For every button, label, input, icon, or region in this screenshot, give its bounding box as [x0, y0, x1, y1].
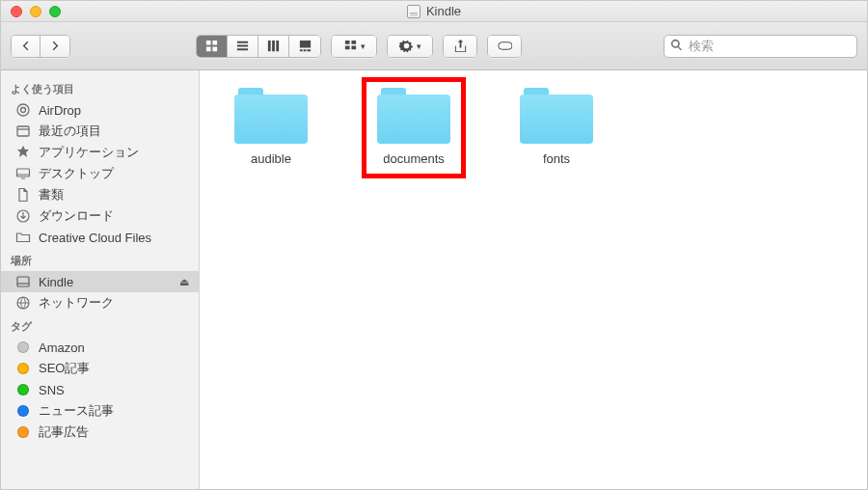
sidebar-tag-amazon[interactable]: Amazon	[1, 337, 199, 358]
sidebar-section-locations-title: 場所	[1, 248, 199, 271]
gallery-icon	[298, 39, 312, 53]
folder-label: audible	[251, 151, 291, 166]
sidebar-item-label: 記事広告	[39, 423, 89, 441]
folder-icon	[377, 88, 450, 144]
folder-documents[interactable]: documents	[362, 77, 466, 178]
sidebar-item-label: ダウンロード	[39, 207, 114, 225]
recents-icon	[14, 123, 31, 139]
sidebar-item-desktop[interactable]: デスクトップ	[1, 163, 199, 184]
folder-label: fonts	[543, 151, 570, 166]
svg-rect-2	[17, 126, 29, 136]
sidebar-section-favorites-title: よく使う項目	[1, 76, 199, 99]
tag-dot-icon	[14, 384, 31, 395]
eject-icon[interactable]: ⏏	[179, 276, 189, 288]
tag-dot-icon	[14, 363, 31, 374]
back-button[interactable]	[12, 36, 41, 57]
content-area: audible documents fonts	[200, 70, 867, 490]
tag-icon	[498, 39, 512, 53]
downloads-icon	[14, 208, 31, 224]
action-group: ▾	[387, 35, 433, 58]
sidebar-item-downloads[interactable]: ダウンロード	[1, 205, 199, 227]
sidebar-item-kindle[interactable]: Kindle ⏏	[1, 271, 199, 292]
window-title: Kindle	[1, 4, 867, 18]
sidebar-item-creative-cloud[interactable]: Creative Cloud Files	[1, 227, 199, 248]
sidebar-item-label: SEO記事	[39, 360, 90, 377]
traffic-lights	[1, 6, 61, 17]
sidebar-item-label: Creative Cloud Files	[39, 231, 151, 245]
airdrop-icon	[14, 102, 31, 118]
gear-icon	[399, 39, 414, 53]
grid-icon	[204, 39, 219, 53]
toolbar: ▾ ▾	[1, 22, 867, 70]
sidebar-item-label: ネットワーク	[39, 294, 114, 312]
list-icon	[235, 39, 250, 53]
folder-fonts[interactable]: fonts	[504, 88, 609, 166]
sidebar-item-label: アプリケーション	[39, 144, 139, 161]
share-group	[443, 35, 477, 58]
sidebar-item-recents[interactable]: 最近の項目	[1, 121, 199, 142]
sidebar-tag-sns[interactable]: SNS	[1, 379, 199, 400]
tag-dot-icon	[14, 426, 31, 438]
sidebar-tag-news[interactable]: ニュース記事	[1, 400, 199, 422]
arrange-group: ▾	[331, 35, 377, 58]
sidebar-item-label: AirDrop	[39, 103, 81, 118]
arrange-icon	[343, 39, 358, 53]
sidebar-item-network[interactable]: ネットワーク	[1, 292, 199, 313]
tags-group	[487, 35, 522, 58]
sidebar-item-label: デスクトップ	[39, 165, 114, 182]
chevron-down-icon: ▾	[417, 41, 421, 51]
documents-icon	[14, 187, 31, 203]
desktop-icon	[14, 166, 31, 181]
folder-icon	[14, 230, 31, 245]
sidebar-item-label: Amazon	[39, 340, 85, 355]
sidebar: よく使う項目 AirDrop 最近の項目 アプリケーション デスクトップ 書類 …	[1, 70, 200, 490]
arrange-button[interactable]: ▾	[332, 36, 376, 57]
svg-rect-3	[16, 169, 29, 177]
titlebar: Kindle	[1, 1, 867, 22]
drive-icon	[407, 5, 420, 18]
view-mode-group	[196, 35, 321, 58]
sidebar-item-label: 書類	[39, 186, 64, 204]
share-button[interactable]	[444, 36, 476, 57]
folder-audible[interactable]: audible	[219, 88, 323, 166]
close-window-button[interactable]	[11, 6, 22, 17]
folder-icon	[234, 88, 308, 144]
svg-point-1	[20, 108, 25, 113]
drive-icon	[14, 274, 31, 289]
window-title-text: Kindle	[426, 4, 461, 18]
icon-view-button[interactable]	[197, 36, 228, 57]
minimize-window-button[interactable]	[30, 6, 41, 17]
list-view-button[interactable]	[228, 36, 258, 57]
chevron-down-icon: ▾	[361, 41, 366, 51]
sidebar-item-applications[interactable]: アプリケーション	[1, 142, 199, 163]
columns-icon	[266, 39, 281, 53]
sidebar-item-label: 最近の項目	[39, 122, 101, 140]
edit-tags-button[interactable]	[488, 36, 521, 57]
column-view-button[interactable]	[258, 36, 289, 57]
sidebar-item-airdrop[interactable]: AirDrop	[1, 99, 199, 121]
svg-point-0	[17, 104, 29, 116]
maximize-window-button[interactable]	[49, 6, 61, 17]
sidebar-item-label: Kindle	[39, 275, 73, 289]
tag-dot-icon	[14, 405, 31, 417]
search-icon	[670, 39, 683, 54]
gallery-view-button[interactable]	[289, 36, 320, 57]
sidebar-item-label: SNS	[39, 383, 65, 397]
share-icon	[453, 39, 468, 53]
sidebar-item-label: ニュース記事	[39, 402, 114, 420]
sidebar-section-tags-title: タグ	[1, 313, 199, 337]
svg-rect-5	[17, 277, 29, 286]
folder-icon	[520, 88, 593, 144]
sidebar-tag-seo[interactable]: SEO記事	[1, 358, 199, 379]
sidebar-item-documents[interactable]: 書類	[1, 184, 199, 205]
forward-button[interactable]	[41, 36, 69, 57]
folder-label: documents	[383, 151, 445, 166]
search-box[interactable]	[664, 35, 857, 58]
sidebar-tag-ads[interactable]: 記事広告	[1, 422, 199, 443]
applications-icon	[14, 145, 31, 160]
action-menu-button[interactable]: ▾	[388, 36, 432, 57]
tag-dot-icon	[14, 341, 31, 353]
network-icon	[14, 295, 31, 311]
search-input[interactable]	[689, 39, 851, 53]
chevron-left-icon	[18, 39, 33, 53]
